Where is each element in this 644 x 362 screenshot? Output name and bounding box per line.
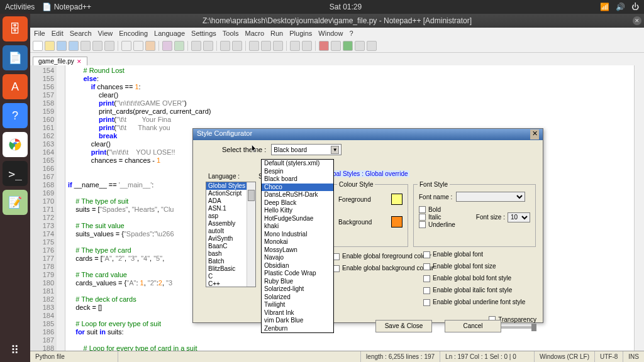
font-name-select[interactable] xyxy=(456,192,525,202)
file-tab[interactable]: game_file.py ✕ xyxy=(33,57,87,65)
theme-option[interactable]: MossyLawn xyxy=(262,246,333,255)
save-close-button[interactable]: Save & Close xyxy=(375,320,432,332)
paste-button[interactable] xyxy=(145,41,155,51)
undo-button[interactable] xyxy=(162,41,172,51)
theme-option[interactable]: Default (stylers.xml) xyxy=(262,160,333,168)
menu-edit[interactable]: Edit xyxy=(52,30,64,37)
volume-icon[interactable]: 🔊 xyxy=(616,3,625,11)
foreground-swatch[interactable] xyxy=(391,194,402,205)
doc-map-button[interactable] xyxy=(302,41,312,51)
menu-search[interactable]: Search xyxy=(70,30,92,37)
zoom-in-button[interactable] xyxy=(220,41,230,51)
dock-files-icon[interactable]: 🗄 xyxy=(3,16,28,41)
theme-option[interactable]: Solarized-light xyxy=(262,285,333,293)
dock-document-icon[interactable]: 📄 xyxy=(3,45,28,70)
theme-option[interactable]: Monokai xyxy=(262,238,333,246)
close-all-button[interactable] xyxy=(92,41,103,51)
theme-option[interactable]: Ruby Blue xyxy=(262,278,333,286)
theme-option[interactable]: Choco xyxy=(262,184,333,192)
menu-window[interactable]: Window xyxy=(318,30,343,37)
menu-encoding[interactable]: Encoding xyxy=(119,30,148,37)
theme-option[interactable]: Zenburn xyxy=(262,325,333,333)
macro-record-button[interactable] xyxy=(319,41,329,51)
show-all-chars-button[interactable] xyxy=(261,41,271,51)
network-icon[interactable]: 📶 xyxy=(600,3,609,11)
cancel-button[interactable]: Cancel xyxy=(445,320,501,332)
macro-stop-button[interactable] xyxy=(331,41,341,51)
dialog-close-icon[interactable]: ✕ xyxy=(530,129,539,140)
theme-option[interactable]: Mono Industrial xyxy=(262,231,333,239)
print-button[interactable] xyxy=(104,41,114,51)
find-button[interactable] xyxy=(191,41,201,51)
global-font-size-checkbox[interactable] xyxy=(423,263,430,270)
dock-software-icon[interactable]: A xyxy=(3,74,28,99)
wrap-button[interactable] xyxy=(249,41,259,51)
dock-terminal-icon[interactable]: >_ xyxy=(3,161,28,186)
theme-option[interactable]: Navajo xyxy=(262,254,333,262)
dialog-titlebar[interactable]: Style Configurator ✕ xyxy=(193,129,543,140)
save-all-button[interactable] xyxy=(69,41,79,51)
open-file-button[interactable] xyxy=(45,41,55,51)
chevron-down-icon[interactable]: ▼ xyxy=(331,146,339,154)
theme-combobox[interactable]: Black board ▼ xyxy=(271,144,341,155)
menu-plugins[interactable]: Plugins xyxy=(289,30,312,37)
close-file-button[interactable] xyxy=(80,41,91,51)
zoom-out-button[interactable] xyxy=(232,41,242,51)
tab-close-icon[interactable]: ✕ xyxy=(77,58,82,65)
menu-run[interactable]: Run xyxy=(270,30,283,37)
theme-option[interactable]: Twilight xyxy=(262,301,333,309)
clock[interactable]: Sat 01:29 xyxy=(91,3,600,11)
redo-button[interactable] xyxy=(174,41,184,51)
theme-option[interactable]: Obsidian xyxy=(262,262,333,270)
theme-option[interactable]: Solarized xyxy=(262,293,333,302)
bold-checkbox[interactable] xyxy=(419,206,426,213)
replace-button[interactable] xyxy=(203,41,213,51)
background-swatch[interactable] xyxy=(391,216,402,228)
power-icon[interactable]: ⏻ xyxy=(631,3,639,11)
menu-view[interactable]: View xyxy=(98,30,113,37)
dock-chrome-icon[interactable] xyxy=(3,132,28,157)
theme-option[interactable]: Vibrant Ink xyxy=(262,309,333,317)
language-listbox[interactable]: Global StylesActionScriptADAASN.1aspAsse… xyxy=(206,182,256,287)
copy-button[interactable] xyxy=(133,41,143,51)
activities-button[interactable]: Activities xyxy=(5,3,35,11)
menu-macro[interactable]: Macro xyxy=(245,30,264,37)
macro-multi-button[interactable] xyxy=(355,41,365,51)
vertical-scrollbar[interactable] xyxy=(634,65,644,351)
theme-option[interactable]: khaki xyxy=(262,222,333,231)
theme-option[interactable]: vim Dark Blue xyxy=(262,317,333,325)
menu-settings[interactable]: Settings xyxy=(191,30,216,37)
save-button[interactable] xyxy=(57,41,67,51)
cut-button[interactable] xyxy=(121,41,131,51)
global-underline-checkbox[interactable] xyxy=(423,299,430,306)
app-indicator[interactable]: 📄 Notepad++ xyxy=(42,3,91,11)
menu-file[interactable]: File xyxy=(34,30,45,37)
theme-option[interactable]: HotFudgeSundae xyxy=(262,215,333,223)
theme-option[interactable]: DansLeRuSH-Dark xyxy=(262,191,333,199)
theme-option[interactable]: Deep Black xyxy=(262,199,333,207)
new-file-button[interactable] xyxy=(33,41,43,51)
dock-notepadpp-icon[interactable]: 📝 xyxy=(3,190,28,215)
macro-save-button[interactable] xyxy=(367,41,377,51)
function-list-button[interactable] xyxy=(290,41,300,51)
transparency-slider[interactable] xyxy=(499,326,536,329)
global-font-checkbox[interactable] xyxy=(423,251,430,258)
listbox-scrollbar[interactable] xyxy=(247,182,255,287)
global-italic-checkbox[interactable] xyxy=(423,287,430,294)
menu-?[interactable]: ? xyxy=(349,30,353,37)
underline-checkbox[interactable] xyxy=(419,221,426,228)
style-path-link[interactable]: bal Styles : Global override xyxy=(331,170,409,177)
theme-option[interactable]: Plastic Code Wrap xyxy=(262,270,333,278)
menu-tools[interactable]: Tools xyxy=(223,30,239,37)
theme-option[interactable]: Hello Kitty xyxy=(262,207,333,215)
macro-play-button[interactable] xyxy=(343,41,353,51)
dock-show-apps-icon[interactable]: ⠿ xyxy=(11,343,20,357)
italic-checkbox[interactable] xyxy=(419,214,426,221)
global-bold-checkbox[interactable] xyxy=(423,275,430,282)
theme-option[interactable]: Bespin xyxy=(262,168,333,176)
indent-guide-button[interactable] xyxy=(273,41,283,51)
theme-dropdown-list[interactable]: Default (stylers.xml)BespinBlack boardCh… xyxy=(261,159,334,333)
fold-margin[interactable] xyxy=(57,65,65,351)
dock-help-icon[interactable]: ? xyxy=(3,103,28,128)
theme-option[interactable]: Black board xyxy=(262,175,333,184)
